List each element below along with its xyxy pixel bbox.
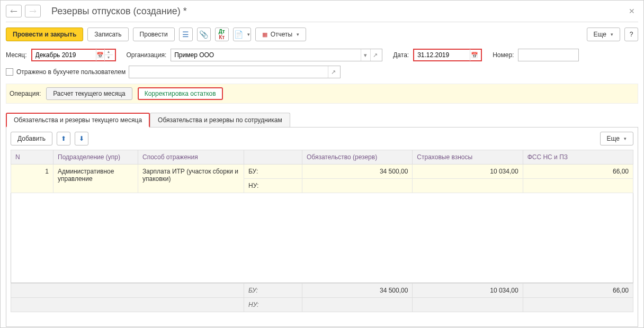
add-row-button[interactable]: Добавить bbox=[11, 132, 52, 145]
posted-by-user-input[interactable] bbox=[131, 68, 328, 76]
org-label: Организация: bbox=[127, 51, 167, 59]
org-input[interactable] bbox=[173, 51, 361, 59]
create-based-button[interactable]: 📄▾ bbox=[233, 28, 251, 41]
cell-dept[interactable]: Административное управление bbox=[53, 165, 138, 193]
open-external-icon[interactable]: ↗ bbox=[370, 49, 380, 61]
more-button[interactable]: Еще▾ bbox=[587, 28, 620, 41]
cell-bu-label[interactable]: БУ: bbox=[244, 165, 302, 179]
number-field[interactable] bbox=[518, 49, 579, 61]
cell-fss-bu[interactable]: 66,00 bbox=[523, 165, 633, 179]
cell-method[interactable]: Зарплата ИТР (участок сборки и упаковки) bbox=[138, 165, 244, 193]
post-button[interactable]: Провести bbox=[133, 28, 175, 41]
list-icon: ☰ bbox=[182, 30, 189, 39]
col-dept[interactable]: Подразделение (упр) bbox=[53, 150, 138, 165]
col-insurance[interactable]: Страховые взносы bbox=[413, 150, 523, 165]
paperclip-icon: 📎 bbox=[199, 30, 208, 39]
cell-fss-nu[interactable] bbox=[523, 179, 633, 193]
cell-ins-bu[interactable]: 10 034,00 bbox=[413, 165, 523, 179]
footer-ins-nu bbox=[413, 298, 523, 312]
post-and-close-button[interactable]: Провести и закрыть bbox=[6, 28, 83, 41]
posted-by-user-checkbox[interactable] bbox=[6, 68, 13, 76]
number-label: Номер: bbox=[493, 51, 514, 59]
open-external-icon[interactable]: ↗ bbox=[328, 66, 338, 78]
help-button[interactable]: ? bbox=[624, 28, 638, 41]
month-spinner[interactable]: ▴▾ bbox=[104, 49, 113, 61]
footer-obl-bu: 34 500,00 bbox=[302, 284, 413, 298]
table-header: N Подразделение (упр) Способ отражения О… bbox=[11, 150, 633, 165]
table-footer: БУ: 34 500,00 10 034,00 66,00 НУ: bbox=[11, 283, 633, 312]
back-button[interactable]: 🡐 bbox=[6, 5, 22, 17]
calendar-icon[interactable]: 📅 bbox=[96, 49, 104, 61]
col-type[interactable] bbox=[244, 150, 302, 165]
dtkt-button[interactable]: ДтКт bbox=[215, 28, 229, 41]
save-button[interactable]: Записать bbox=[87, 28, 128, 41]
col-fss[interactable]: ФСС НС и ПЗ bbox=[523, 150, 633, 165]
date-label: Дата: bbox=[393, 51, 409, 59]
footer-nu-label: НУ: bbox=[244, 298, 302, 312]
table-row[interactable]: 1 Административное управление Зарплата И… bbox=[11, 165, 633, 179]
window-title: Резервы отпусков (создание) * bbox=[51, 6, 622, 17]
forward-button[interactable]: 🡒 bbox=[25, 5, 41, 17]
table-empty-area bbox=[11, 193, 633, 283]
footer-obl-nu bbox=[302, 298, 413, 312]
col-n[interactable]: N bbox=[11, 150, 53, 165]
month-field[interactable]: 📅 ▴▾ bbox=[31, 49, 116, 61]
cell-nu-label[interactable]: НУ: bbox=[244, 179, 302, 193]
cell-n[interactable]: 1 bbox=[11, 165, 53, 193]
arrow-up-icon: ⬆ bbox=[61, 135, 66, 142]
footer-ins-bu: 10 034,00 bbox=[413, 284, 523, 298]
report-icon bbox=[262, 31, 267, 38]
operation-label: Операция: bbox=[10, 90, 41, 97]
arrow-down-icon: ⬇ bbox=[79, 135, 84, 142]
reports-button[interactable]: Отчеты▾ bbox=[255, 28, 306, 41]
number-input[interactable] bbox=[521, 51, 576, 59]
operation-calc-button[interactable]: Расчет текущего месяца bbox=[46, 87, 132, 100]
col-method[interactable]: Способ отражения bbox=[138, 150, 244, 165]
move-up-button[interactable]: ⬆ bbox=[57, 132, 70, 145]
posted-by-user-field[interactable]: ↗ bbox=[129, 66, 341, 78]
reserves-table: N Подразделение (упр) Способ отражения О… bbox=[11, 150, 633, 193]
date-field[interactable]: 📅 bbox=[413, 49, 482, 61]
org-field[interactable]: ▾ ↗ bbox=[171, 49, 382, 61]
cell-obl-nu[interactable] bbox=[302, 179, 413, 193]
operation-correct-button[interactable]: Корректировка остатков bbox=[138, 87, 223, 100]
footer-fss-nu bbox=[523, 298, 633, 312]
posted-by-user-label: Отражено в бухучете пользователем bbox=[16, 68, 126, 76]
list-more-button[interactable]: Еще▾ bbox=[600, 132, 633, 145]
close-icon[interactable]: ✕ bbox=[625, 7, 638, 15]
calendar-icon[interactable]: 📅 bbox=[470, 49, 479, 61]
footer-fss-bu: 66,00 bbox=[523, 284, 633, 298]
cell-obl-bu[interactable]: 34 500,00 bbox=[302, 165, 413, 179]
document-list-button[interactable]: ☰ bbox=[179, 28, 193, 41]
move-down-button[interactable]: ⬇ bbox=[75, 132, 88, 145]
chevron-down-icon[interactable]: ▾ bbox=[361, 49, 370, 61]
based-on-icon: 📄 bbox=[234, 30, 243, 39]
month-label: Месяц: bbox=[6, 51, 27, 59]
attach-button[interactable]: 📎 bbox=[197, 28, 211, 41]
date-input[interactable] bbox=[416, 51, 470, 59]
col-obligation[interactable]: Обязательство (резерв) bbox=[302, 150, 413, 165]
tab-current-month[interactable]: Обязательства и резервы текущего месяца bbox=[6, 113, 150, 127]
cell-ins-nu[interactable] bbox=[413, 179, 523, 193]
tab-by-employee[interactable]: Обязательства и резервы по сотрудникам bbox=[150, 113, 290, 127]
month-input[interactable] bbox=[34, 51, 96, 59]
footer-bu-label: БУ: bbox=[244, 284, 302, 298]
